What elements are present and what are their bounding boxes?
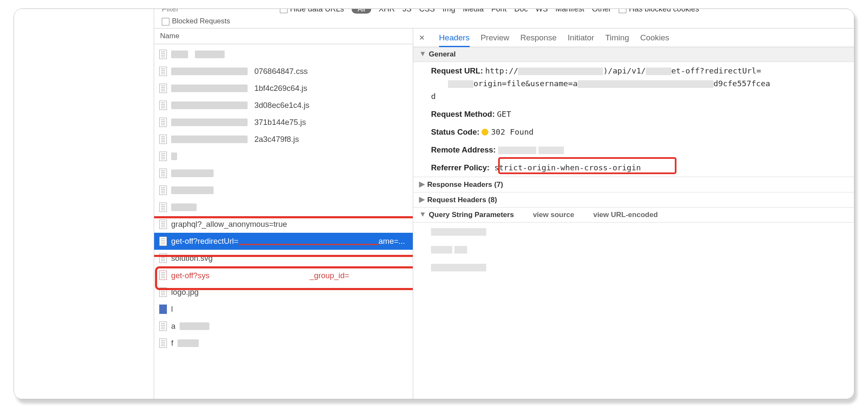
request-details: × Headers Preview Response Initiator Tim… <box>413 28 854 399</box>
resource-icon <box>159 305 167 314</box>
filter-other[interactable]: Other <box>592 8 611 14</box>
list-item[interactable] <box>154 148 413 165</box>
section-response-headers[interactable]: ▶Response Headers (7) <box>413 177 854 192</box>
qsp-row <box>413 240 854 258</box>
filter-img[interactable]: Img <box>442 8 455 14</box>
file-icon <box>159 169 167 178</box>
has-blocked-cookies-checkbox[interactable]: Has blocked cookies <box>619 8 699 14</box>
list-item[interactable]: 3d08ec6e1c4.js <box>154 97 413 114</box>
tab-headers[interactable]: Headers <box>439 33 470 47</box>
tab-timing[interactable]: Timing <box>605 33 629 42</box>
status-dot-icon <box>482 129 488 135</box>
request-method: Request Method: GET <box>413 105 854 123</box>
filter-ws[interactable]: WS <box>535 8 548 14</box>
list-item[interactable]: solution.svg <box>154 250 413 267</box>
list-item[interactable]: 371b144e75.js <box>154 114 413 131</box>
file-icon <box>159 186 167 195</box>
file-icon <box>159 237 167 246</box>
list-item[interactable]: 2a3c479f8.js <box>154 131 413 148</box>
file-icon <box>159 203 167 212</box>
list-item[interactable] <box>154 182 413 199</box>
devtools-network-panel: Filter Hide data URLs All XHR JS CSS Img… <box>154 9 854 399</box>
list-item-selected[interactable]: get-off?redirectUrl=ame=... <box>154 233 413 250</box>
filter-input[interactable]: Filter <box>162 8 272 14</box>
details-tabs: × Headers Preview Response Initiator Tim… <box>413 28 854 47</box>
close-icon[interactable]: × <box>416 32 428 43</box>
file-icon <box>159 135 167 144</box>
file-icon <box>159 67 167 76</box>
blocked-requests-checkbox[interactable]: Blocked Requests <box>162 17 230 25</box>
name-header[interactable]: Name <box>154 28 413 44</box>
list-item-graphql[interactable]: graphql?_allow_anonymous=true <box>154 216 413 233</box>
status-code: Status Code: 302 Found <box>413 123 854 141</box>
file-icon <box>159 84 167 93</box>
list-item[interactable] <box>154 46 413 63</box>
file-icon <box>159 339 167 348</box>
file-icon <box>159 152 167 161</box>
filter-doc[interactable]: Doc <box>514 8 528 14</box>
list-item[interactable]: l <box>154 301 413 318</box>
list-item[interactable]: 076864847.css <box>154 63 413 80</box>
filter-js[interactable]: JS <box>403 8 411 14</box>
file-icon <box>159 271 167 280</box>
request-url: Request URL: http://)/api/v1/et-off?redi… <box>413 62 854 105</box>
file-icon <box>159 288 167 297</box>
file-icon <box>159 322 167 331</box>
section-request-headers[interactable]: ▶Request Headers (8) <box>413 192 854 208</box>
list-item-error[interactable]: get-off?sys_group_id= <box>154 267 413 284</box>
file-icon <box>159 220 167 229</box>
filter-font[interactable]: Font <box>491 8 507 14</box>
file-icon <box>159 254 167 263</box>
referrer-policy: Referrer Policy: strict-origin-when-cros… <box>413 159 854 177</box>
view-url-encoded-link[interactable]: view URL-encoded <box>593 211 658 219</box>
list-item[interactable]: a <box>154 318 413 335</box>
filter-manifest[interactable]: Manifest <box>555 8 584 14</box>
tab-preview[interactable]: Preview <box>481 33 510 42</box>
section-query-string[interactable]: ▼Query String Parameters view source vie… <box>413 208 854 223</box>
left-gutter <box>14 9 154 399</box>
filter-all[interactable]: All <box>352 8 371 14</box>
qsp-row <box>413 258 854 276</box>
qsp-row <box>413 223 854 240</box>
filter-media[interactable]: Media <box>463 8 484 14</box>
request-name-column: Name 076864847.css 1bf4c269c64.js 3d08ec… <box>154 28 413 399</box>
tab-response[interactable]: Response <box>520 33 557 42</box>
section-general[interactable]: ▼General <box>413 47 854 62</box>
filter-xhr[interactable]: XHR <box>379 8 395 14</box>
file-icon <box>159 118 167 127</box>
tab-cookies[interactable]: Cookies <box>640 33 669 42</box>
list-item[interactable] <box>154 165 413 182</box>
hide-data-urls-checkbox[interactable]: Hide data URLs <box>280 8 344 14</box>
network-toolbar: Filter Hide data URLs All XHR JS CSS Img… <box>154 8 854 28</box>
list-item[interactable]: 1bf4c269c64.js <box>154 80 413 97</box>
tab-initiator[interactable]: Initiator <box>568 33 594 42</box>
list-item[interactable]: logo.jpg <box>154 284 413 301</box>
view-source-link[interactable]: view source <box>533 211 574 219</box>
file-icon <box>159 50 167 59</box>
list-item[interactable] <box>154 199 413 216</box>
file-icon <box>159 101 167 110</box>
filter-css[interactable]: CSS <box>419 8 435 14</box>
list-item[interactable]: f <box>154 335 413 352</box>
remote-address: Remote Address: <box>413 141 854 159</box>
